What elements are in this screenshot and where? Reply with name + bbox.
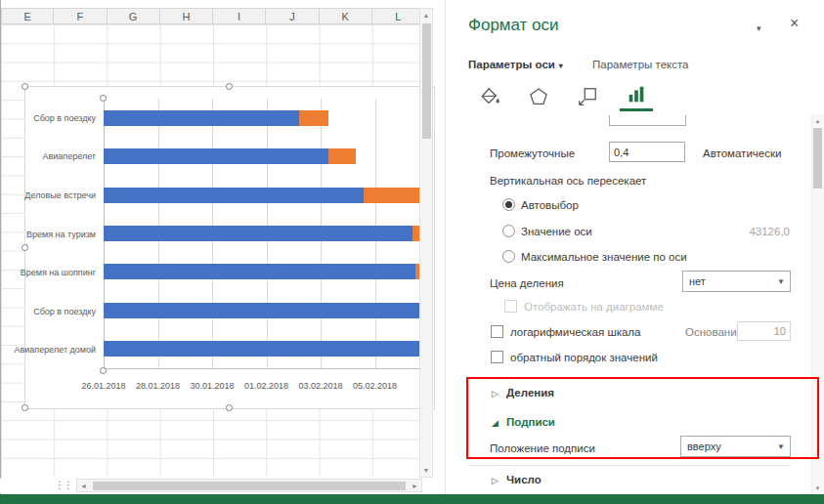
format-axis-pane: Формат оси ▾ × Параметры оси▾ Параметры … [445, 0, 824, 494]
label-position-value: вверху [687, 441, 721, 452]
bar-start-segment[interactable] [104, 148, 328, 164]
reverse-order-label[interactable]: обратный порядок значений [510, 352, 658, 363]
log-scale-label[interactable]: логарифмическая шкала [510, 326, 640, 338]
chart-resize-handle[interactable] [226, 83, 233, 90]
column-headers: EFGHIJKL [1, 8, 425, 24]
radio-maximum-value[interactable] [502, 250, 515, 263]
label-position-label: Положение подписи [490, 442, 595, 454]
log-scale-checkbox[interactable] [491, 325, 503, 338]
sheet-bottom-bar: ⋮⋮ ◄ ► [0, 479, 433, 493]
column-header-H[interactable]: H [160, 8, 213, 24]
expanded-triangle-icon[interactable]: ◢ [492, 418, 499, 428]
axis-options-icon[interactable] [620, 81, 653, 111]
pane-scroll-down-icon[interactable]: ▼ [811, 482, 824, 494]
tab-axis-options[interactable]: Параметры оси▾ [468, 59, 563, 70]
gantt-chart[interactable]: Сбор в поездкуАвиаперелетДеловые встречи… [24, 86, 435, 409]
chart-resize-handle[interactable] [226, 404, 233, 411]
category-label: Время на туризм [26, 230, 96, 239]
collapsed-triangle-icon[interactable]: ▷ [492, 389, 499, 399]
pane-icon-tabs [473, 81, 653, 111]
section-divider [468, 465, 791, 466]
axis-selection-handle[interactable] [100, 367, 107, 374]
fill-line-icon[interactable] [473, 81, 506, 111]
display-units-value: нет [689, 275, 706, 287]
category-label: Сбор в поездку [33, 307, 96, 316]
excel-window: EFGHIJKL Сбор в поездкуАвиаперелетДеловы… [0, 0, 824, 504]
chart-resize-handle[interactable] [22, 404, 28, 411]
plot-area [104, 99, 429, 369]
category-label: Авиаперелет [43, 151, 97, 161]
section-labels[interactable]: Подписи [506, 416, 555, 428]
date-axis[interactable]: 26.01.201828.01.201830.01.201801.02.2018… [104, 381, 429, 393]
scroll-left-icon[interactable]: ◄ [77, 480, 90, 491]
collapsed-triangle-icon[interactable]: ▷ [492, 476, 499, 485]
tab-text-options[interactable]: Параметры текста [592, 59, 688, 70]
radio-axis-value-label[interactable]: Значение оси [521, 226, 592, 237]
show-units-label: Отображать на диаграмме [524, 301, 664, 313]
sheet-horizontal-scrollbar[interactable]: ◄ ► [76, 479, 422, 492]
effects-icon[interactable] [522, 81, 555, 111]
log-base-input[interactable] [737, 321, 791, 341]
pane-close-button[interactable]: × [790, 15, 799, 32]
section-number[interactable]: Число [506, 474, 542, 485]
tab-axis-options-label: Параметры оси [468, 59, 555, 70]
column-header-F[interactable]: F [54, 8, 107, 24]
chart-resize-handle[interactable] [22, 244, 28, 251]
status-bar [0, 494, 824, 504]
column-header-J[interactable]: J [266, 8, 319, 24]
radio-automatic-label[interactable]: Автовыбор [521, 199, 579, 211]
axis-value-amount: 43126,0 [729, 226, 790, 237]
scroll-down-icon[interactable]: ▼ [420, 464, 432, 477]
radio-automatic[interactable] [502, 198, 515, 211]
tab-splitter-icon[interactable]: ⋮⋮ [55, 480, 72, 490]
x-tick-label: 26.01.2018 [81, 381, 125, 391]
reverse-order-checkbox[interactable] [491, 351, 503, 363]
column-header-L[interactable]: L [372, 8, 425, 24]
chevron-down-icon: ▼ [777, 277, 785, 286]
log-base-label: Основание [685, 326, 743, 338]
horizontal-scroll-thumb[interactable] [93, 482, 406, 490]
bar-start-segment[interactable] [104, 303, 429, 318]
category-label: Время на шоппинг [21, 268, 96, 277]
pane-title: Формат оси [468, 16, 559, 35]
size-properties-icon[interactable] [571, 81, 604, 111]
bar-start-segment[interactable] [104, 188, 364, 203]
axis-selection-handle[interactable] [100, 95, 107, 102]
bar-start-segment[interactable] [104, 341, 429, 357]
major-units-field-partial [609, 115, 686, 126]
pane-scroll-thumb[interactable] [813, 128, 822, 189]
pane-menu-caret-icon[interactable]: ▾ [757, 23, 761, 33]
sheet-vertical-scrollbar[interactable]: ▲ ▼ [419, 8, 433, 478]
category-label: Деловые встречи [24, 190, 96, 200]
label-position-dropdown[interactable]: вверху ▼ [680, 436, 791, 457]
minor-units-auto-label: Автоматически [703, 147, 781, 159]
category-axis[interactable]: Сбор в поездкуАвиаперелетДеловые встречи… [25, 99, 100, 369]
display-units-dropdown[interactable]: нет ▼ [682, 271, 791, 292]
minor-units-input[interactable] [609, 142, 685, 162]
category-label: Авиаперелет домой [15, 345, 96, 355]
column-header-G[interactable]: G [108, 8, 160, 24]
column-header-I[interactable]: I [213, 8, 266, 24]
bar-start-segment[interactable] [104, 110, 299, 126]
spreadsheet-area: EFGHIJKL Сбор в поездкуАвиаперелетДеловы… [0, 0, 445, 494]
column-header-E[interactable]: E [1, 8, 54, 24]
x-tick-label: 28.01.2018 [136, 381, 180, 391]
column-header-K[interactable]: K [320, 8, 372, 24]
scroll-right-icon[interactable]: ► [409, 480, 421, 491]
vertical-scroll-thumb[interactable] [422, 23, 431, 139]
bar-start-segment[interactable] [104, 264, 415, 279]
x-tick-label: 01.02.2018 [244, 381, 288, 391]
show-units-checkbox [504, 300, 517, 313]
chart-resize-handle[interactable] [22, 83, 28, 90]
scroll-up-icon[interactable]: ▲ [420, 9, 432, 21]
section-ticks[interactable]: Деления [506, 387, 554, 399]
chevron-down-icon: ▼ [777, 442, 785, 451]
pane-scroll-up-icon[interactable]: ▲ [811, 114, 824, 127]
x-tick-label: 03.02.2018 [298, 381, 342, 391]
minor-units-label: Промежуточные [490, 147, 575, 159]
bar-duration-segment[interactable] [299, 110, 329, 126]
radio-maximum-value-label[interactable]: Максимальное значение по оси [521, 251, 687, 263]
bar-start-segment[interactable] [104, 226, 412, 241]
radio-axis-value[interactable] [502, 225, 515, 237]
bar-duration-segment[interactable] [328, 148, 356, 164]
